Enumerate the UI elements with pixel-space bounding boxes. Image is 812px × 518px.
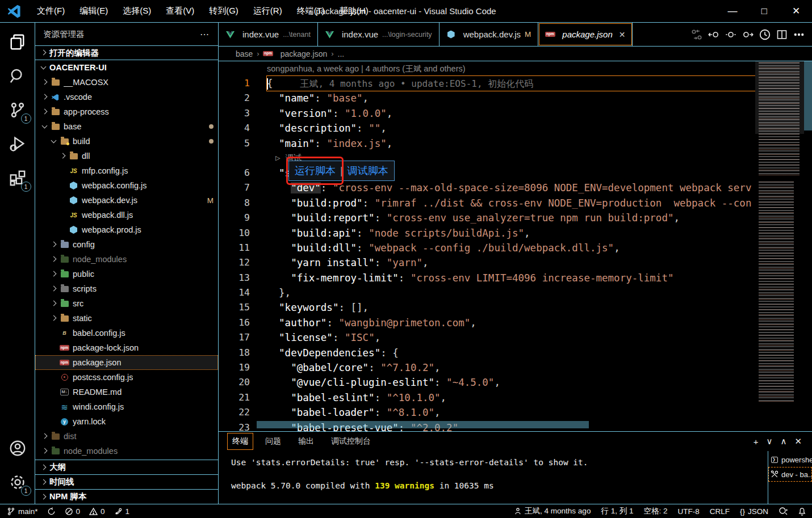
code-line-1[interactable]: 1{王斌, 4 months ago • update:EOS-1, 初始化代码 — [219, 76, 755, 91]
activity-run-debug[interactable] — [4, 129, 31, 159]
activity-extensions[interactable]: 1 — [4, 163, 31, 193]
tab-index.vue[interactable]: index.vue...\tenant — [219, 23, 318, 46]
status-tasks[interactable]: 1 — [114, 507, 130, 516]
tree-item-webpack.prod.js[interactable]: webpack.prod.js — [35, 222, 218, 237]
new-terminal-icon[interactable]: + — [754, 437, 759, 447]
tree-item-node_modules[interactable]: node_modules — [35, 252, 218, 267]
tree-item-dist[interactable]: dist — [35, 429, 218, 444]
activity-search[interactable] — [4, 61, 31, 91]
menu-item-2[interactable]: 选择(S) — [115, 0, 158, 22]
editor[interactable]: songpanhua, a week ago | 4 authors (王斌 a… — [219, 61, 812, 431]
tree-item-yarn.lock[interactable]: yyarn.lock — [35, 414, 218, 429]
code-line-12[interactable]: 12 "yarn install": "yarn", — [219, 255, 755, 270]
minimize-button[interactable]: — — [717, 0, 748, 22]
breadcrumb-item-base[interactable]: base — [236, 49, 253, 58]
status-cursor-position[interactable]: 行 1, 列 1 — [601, 506, 633, 516]
code-line-11[interactable]: 11 "build:dll": "webpack --config ./buil… — [219, 241, 755, 255]
tree-item-base[interactable]: base — [35, 119, 218, 134]
tree-item-dll[interactable]: dll — [35, 149, 218, 163]
menu-item-3[interactable]: 查看(V) — [158, 0, 202, 22]
code-line-10[interactable]: 10 "build:api": "node scripts/buildApi.j… — [219, 226, 755, 241]
compare-changes-icon[interactable] — [689, 27, 704, 42]
tree-item-README.md[interactable]: M↓README.md — [35, 385, 218, 399]
menu-item-0[interactable]: 文件(F) — [30, 0, 72, 22]
tree-item-.vscode[interactable]: .vscode — [35, 90, 218, 104]
panel-tab-输出[interactable]: 输出 — [294, 433, 319, 449]
codelens-authors[interactable]: songpanhua, a week ago | 4 authors (王斌 a… — [219, 61, 755, 76]
workspace-root-section[interactable]: OACENTER-UI — [35, 60, 218, 75]
maximize-button[interactable]: □ — [748, 0, 780, 22]
code-line-8[interactable]: 8 "build:prod": "rimraf ../dist && cross… — [219, 196, 755, 210]
code-line-16[interactable]: 16 "author": "wangbin@primeton.com", — [219, 315, 755, 330]
tree-item-src[interactable]: src — [35, 296, 218, 311]
tree-item-build[interactable]: build — [35, 134, 218, 149]
activity-account[interactable] — [4, 433, 31, 463]
code-line-20[interactable]: 20 "@vue/cli-plugin-eslint": "~4.5.0", — [219, 375, 755, 390]
tree-item-static[interactable]: static — [35, 311, 218, 326]
status-eol[interactable]: CRLF — [710, 507, 730, 516]
activity-explorer[interactable] — [4, 27, 31, 57]
tree-item-webpack.config.js[interactable]: webpack.config.js — [35, 178, 218, 193]
code-line-18[interactable]: 18 "devDependencies": { — [219, 346, 755, 360]
terminal-instance-dev - ba... ([interactable]: dev - ba... ( — [768, 467, 812, 482]
status-feedback[interactable] — [778, 507, 788, 516]
menu-item-5[interactable]: 运行(R) — [246, 0, 290, 22]
menu-item-4[interactable]: 转到(G) — [202, 0, 246, 22]
code-line-21[interactable]: 21 "babel-eslint": "^10.1.0", — [219, 390, 755, 405]
status-encoding[interactable]: UTF-8 — [677, 507, 699, 516]
terminal-dropdown-icon[interactable]: ∨ — [766, 436, 772, 447]
tree-item-babel.config.js[interactable]: Bbabel.config.js — [35, 326, 218, 340]
terminal-instance-powershell[interactable]: ❯powershell — [768, 452, 812, 467]
code-line-15[interactable]: 15 "keywords": [], — [219, 300, 755, 315]
activity-source-control[interactable]: 1 — [4, 95, 31, 125]
code-line-3[interactable]: 3 "version": "1.0.0", — [219, 106, 755, 121]
next-change-icon[interactable] — [740, 27, 755, 42]
breadcrumb-item-...[interactable]: ... — [338, 49, 345, 58]
more-actions-icon[interactable] — [792, 27, 806, 42]
tree-item-postcss.config.js[interactable]: postcss.config.js — [35, 370, 218, 385]
status-errors[interactable]: 0 — [65, 507, 81, 516]
code-line-14[interactable]: 14 }, — [219, 285, 755, 300]
minimap[interactable] — [755, 61, 804, 431]
tree-item-mfp.config.js[interactable]: JSmfp.config.js — [35, 163, 218, 178]
split-editor-icon[interactable] — [775, 27, 789, 42]
status-indentation[interactable]: 空格: 2 — [643, 506, 667, 516]
section-大纲[interactable]: 大纲 — [35, 460, 218, 474]
open-editors-section[interactable]: 打开的编辑器 — [35, 45, 218, 60]
tab-webpack.dev.js[interactable]: webpack.dev.jsM — [440, 23, 539, 46]
tab-package.json[interactable]: npmpackage.json✕ — [538, 23, 633, 46]
menu-item-1[interactable]: 编辑(E) — [72, 0, 115, 22]
code-line-9[interactable]: 9 "build:report": "cross-env use_analyze… — [219, 210, 755, 225]
tree-item-package.json[interactable]: npmpackage.json — [35, 355, 218, 370]
history-icon[interactable] — [757, 27, 772, 42]
tree-item-scripts[interactable]: scripts — [35, 281, 218, 296]
status-warnings[interactable]: 0 — [89, 507, 105, 516]
activity-settings[interactable]: 1 — [4, 468, 31, 497]
panel-tab-调试控制台[interactable]: 调试控制台 — [327, 433, 375, 449]
debug-script-link[interactable]: 调试脚本 — [348, 164, 388, 178]
tree-item-package-lock.json[interactable]: npmpackage-lock.json — [35, 340, 218, 355]
status-blame[interactable]: 王斌, 4 months ago — [514, 506, 591, 516]
status-language-mode[interactable]: {}JSON — [740, 507, 768, 516]
tree-item-webpack.dev.js[interactable]: webpack.dev.jsM — [35, 193, 218, 208]
section-时间线[interactable]: 时间线 — [35, 474, 218, 489]
current-change-icon[interactable] — [723, 27, 738, 42]
tree-item-node_modules[interactable]: node_modules — [35, 444, 218, 458]
code-line-5[interactable]: 5 "main": "index.js", — [219, 136, 755, 151]
panel-tab-问题[interactable]: 问题 — [261, 433, 286, 449]
tab-index.vue[interactable]: index.vue...\login-security — [318, 23, 440, 46]
tree-item-windi.config.js[interactable]: ≋windi.config.js — [35, 399, 218, 414]
tree-item-webpack.dll.js[interactable]: JSwebpack.dll.js — [35, 208, 218, 222]
vertical-scrollbar[interactable] — [804, 61, 812, 130]
code-line-2[interactable]: 2 "name": "base", — [219, 91, 755, 106]
status-sync[interactable] — [47, 507, 56, 516]
close-button[interactable]: ✕ — [780, 0, 812, 22]
tree-item-app-process[interactable]: app-process — [35, 104, 218, 119]
terminal-output[interactable]: Use 'stats.errorDetails: true' resp. '--… — [219, 451, 768, 504]
maximize-panel-icon[interactable]: ∧ — [780, 436, 786, 447]
previous-change-icon[interactable] — [706, 27, 721, 42]
panel-tab-终端[interactable]: 终端 — [228, 433, 253, 449]
code-line-17[interactable]: 17 "license": "ISC", — [219, 330, 755, 345]
tree-item-__MACOSX[interactable]: __MACOSX — [35, 75, 218, 90]
section-NPM 脚本[interactable]: NPM 脚本 — [35, 489, 218, 504]
